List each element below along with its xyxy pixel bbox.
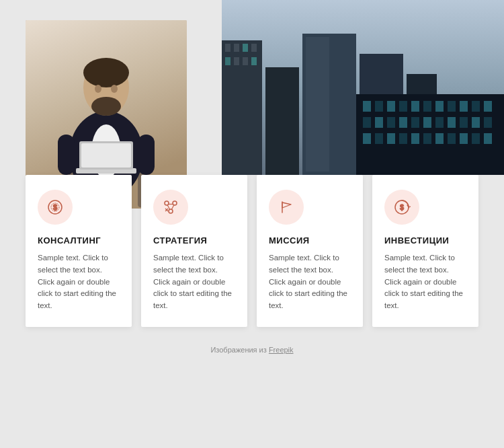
- svg-point-69: [169, 209, 173, 213]
- svg-point-67: [165, 201, 169, 205]
- svg-point-9: [91, 97, 121, 116]
- svg-rect-45: [399, 117, 407, 128]
- card-title-consulting: КОНСАЛТИНГ: [38, 235, 120, 246]
- svg-rect-58: [423, 133, 431, 144]
- svg-rect-48: [435, 117, 444, 128]
- svg-point-7: [95, 85, 101, 93]
- svg-rect-33: [387, 101, 395, 112]
- money-circle-icon: $: [46, 198, 64, 216]
- svg-rect-41: [484, 101, 492, 112]
- footer-credit-text: Изображения из: [210, 346, 266, 354]
- card-icon-investments: $: [384, 190, 419, 225]
- buildings-svg: [222, 27, 504, 175]
- svg-rect-53: [363, 133, 371, 144]
- svg-rect-35: [411, 101, 419, 112]
- svg-line-72: [171, 205, 174, 211]
- svg-rect-13: [58, 135, 75, 175]
- svg-rect-24: [251, 57, 257, 65]
- svg-rect-32: [375, 101, 383, 112]
- svg-rect-27: [306, 37, 329, 172]
- card-title-strategy: СТРАТЕГИЯ: [153, 235, 235, 246]
- svg-rect-14: [138, 135, 155, 175]
- invest-icon: $: [393, 198, 411, 216]
- card-title-mission: МИССИЯ: [269, 235, 351, 246]
- svg-rect-55: [387, 133, 395, 144]
- svg-rect-51: [472, 117, 480, 128]
- svg-rect-34: [399, 101, 407, 112]
- svg-rect-18: [234, 44, 239, 52]
- svg-rect-21: [225, 57, 230, 65]
- page-wrapper: $ КОНСАЛТИНГ Sample text. Click to selec…: [0, 0, 504, 381]
- svg-rect-22: [234, 57, 239, 65]
- svg-rect-38: [448, 101, 456, 112]
- svg-rect-20: [251, 44, 257, 52]
- strategy-icon: [162, 198, 179, 216]
- svg-rect-40: [472, 101, 480, 112]
- buildings-image: [222, 0, 504, 175]
- card-text-investments: Sample text. Click to select the text bo…: [384, 252, 466, 312]
- footer-credit: Изображения из Freepik: [0, 346, 504, 354]
- card-strategy[interactable]: СТРАТЕГИЯ Sample text. Click to select t…: [141, 175, 247, 327]
- svg-text:$: $: [53, 203, 57, 211]
- svg-rect-12: [81, 143, 131, 167]
- svg-rect-31: [363, 101, 371, 112]
- card-investments[interactable]: $ ИНВЕСТИЦИИ Sample text. Click to selec…: [372, 175, 478, 327]
- card-text-strategy: Sample text. Click to select the text bo…: [153, 252, 235, 312]
- card-icon-mission: [269, 190, 304, 225]
- flag-icon: [278, 198, 295, 216]
- svg-rect-17: [225, 44, 230, 52]
- svg-rect-63: [484, 133, 492, 144]
- svg-rect-61: [460, 133, 468, 144]
- svg-rect-42: [363, 117, 371, 128]
- svg-rect-62: [472, 133, 480, 144]
- svg-rect-50: [460, 117, 468, 128]
- svg-rect-56: [399, 133, 407, 144]
- card-text-mission: Sample text. Click to select the text bo…: [269, 252, 351, 312]
- svg-rect-19: [243, 44, 248, 52]
- svg-rect-25: [265, 67, 299, 175]
- cards-section: $ КОНСАЛТИНГ Sample text. Click to selec…: [0, 175, 504, 327]
- svg-rect-43: [375, 117, 383, 128]
- svg-rect-44: [387, 117, 395, 128]
- svg-rect-37: [435, 101, 444, 112]
- svg-rect-57: [411, 133, 419, 144]
- svg-rect-59: [435, 133, 444, 144]
- card-icon-strategy: [153, 190, 188, 225]
- svg-rect-60: [448, 133, 456, 144]
- svg-point-68: [173, 201, 177, 205]
- svg-rect-54: [375, 133, 383, 144]
- card-title-investments: ИНВЕСТИЦИИ: [384, 235, 466, 246]
- svg-point-6: [83, 58, 129, 87]
- svg-rect-47: [423, 117, 431, 128]
- card-mission[interactable]: МИССИЯ Sample text. Click to select the …: [257, 175, 363, 327]
- svg-rect-39: [460, 101, 468, 112]
- card-icon-consulting: $: [38, 190, 73, 225]
- svg-rect-52: [484, 117, 492, 128]
- svg-text:$: $: [400, 204, 404, 211]
- svg-rect-36: [423, 101, 431, 112]
- card-text-consulting: Sample text. Click to select the text bo…: [38, 252, 120, 312]
- card-consulting[interactable]: $ КОНСАЛТИНГ Sample text. Click to selec…: [26, 175, 132, 327]
- svg-rect-46: [411, 117, 419, 128]
- svg-rect-49: [448, 117, 456, 128]
- svg-point-8: [111, 85, 118, 93]
- footer-credit-link[interactable]: Freepik: [269, 346, 294, 354]
- svg-rect-23: [243, 57, 248, 65]
